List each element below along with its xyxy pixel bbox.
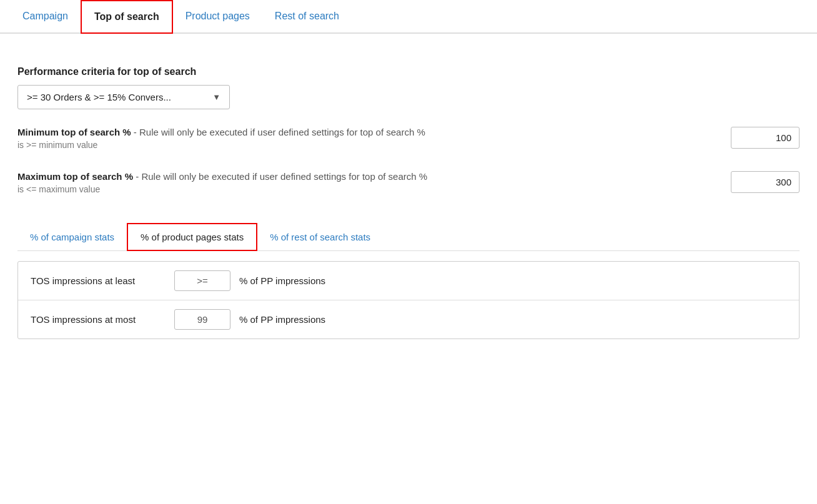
row-label-1: TOS impressions at most xyxy=(31,314,174,325)
performance-criteria-title: Performance criteria for top of search xyxy=(17,66,800,77)
main-tabs: Campaign Top of search Product pages Res… xyxy=(0,0,817,34)
row-suffix-0: % of PP impressions xyxy=(239,275,325,286)
performance-criteria-dropdown[interactable]: >= 30 Orders & >= 15% Convers... ▼ xyxy=(17,85,230,109)
minimum-field-text: Minimum top of search % - Rule will only… xyxy=(17,127,721,154)
tab-product-pages[interactable]: Product pages xyxy=(173,1,262,32)
minimum-field-label: Minimum top of search % - Rule will only… xyxy=(17,127,721,137)
table-row: TOS impressions at least % of PP impress… xyxy=(18,262,799,300)
minimum-field-section: Minimum top of search % - Rule will only… xyxy=(17,127,800,154)
maximum-label-bold: Maximum top of search % xyxy=(17,171,133,182)
maximum-input-row: Maximum top of search % - Rule will only… xyxy=(17,171,800,198)
minimum-input-row: Minimum top of search % - Rule will only… xyxy=(17,127,800,154)
minimum-label-bold: Minimum top of search % xyxy=(17,127,131,137)
maximum-sub-text: is <= maximum value xyxy=(17,184,721,194)
tab-campaign[interactable]: Campaign xyxy=(10,1,81,32)
row-suffix-1: % of PP impressions xyxy=(239,314,325,325)
sub-tab-rest-of-search-stats[interactable]: % of rest of search stats xyxy=(257,224,383,250)
performance-criteria-section: Performance criteria for top of search >… xyxy=(17,66,800,109)
table-row: TOS impressions at most % of PP impressi… xyxy=(18,300,799,338)
main-content: Performance criteria for top of search >… xyxy=(0,34,817,339)
table-area: TOS impressions at least % of PP impress… xyxy=(17,261,800,339)
sub-tab-product-pages-stats[interactable]: % of product pages stats xyxy=(127,223,257,251)
tab-top-of-search[interactable]: Top of search xyxy=(81,0,173,34)
chevron-down-icon: ▼ xyxy=(212,92,220,102)
row-label-0: TOS impressions at least xyxy=(31,275,174,286)
sub-tab-campaign-stats[interactable]: % of campaign stats xyxy=(17,224,127,250)
minimum-value-input[interactable] xyxy=(731,127,800,149)
dropdown-value: >= 30 Orders & >= 15% Convers... xyxy=(27,92,171,102)
maximum-field-section: Maximum top of search % - Rule will only… xyxy=(17,171,800,198)
maximum-value-input[interactable] xyxy=(731,171,800,193)
sub-tabs: % of campaign stats % of product pages s… xyxy=(17,223,800,251)
maximum-field-label: Maximum top of search % - Rule will only… xyxy=(17,171,721,182)
minimum-sub-text: is >= minimum value xyxy=(17,140,721,150)
maximum-label-desc: - Rule will only be executed if user def… xyxy=(133,171,427,182)
maximum-field-text: Maximum top of search % - Rule will only… xyxy=(17,171,721,198)
row-input-1[interactable] xyxy=(174,309,230,330)
tab-rest-of-search[interactable]: Rest of search xyxy=(262,1,352,32)
minimum-label-desc: - Rule will only be executed if user def… xyxy=(131,127,425,137)
row-input-0[interactable] xyxy=(174,270,230,291)
